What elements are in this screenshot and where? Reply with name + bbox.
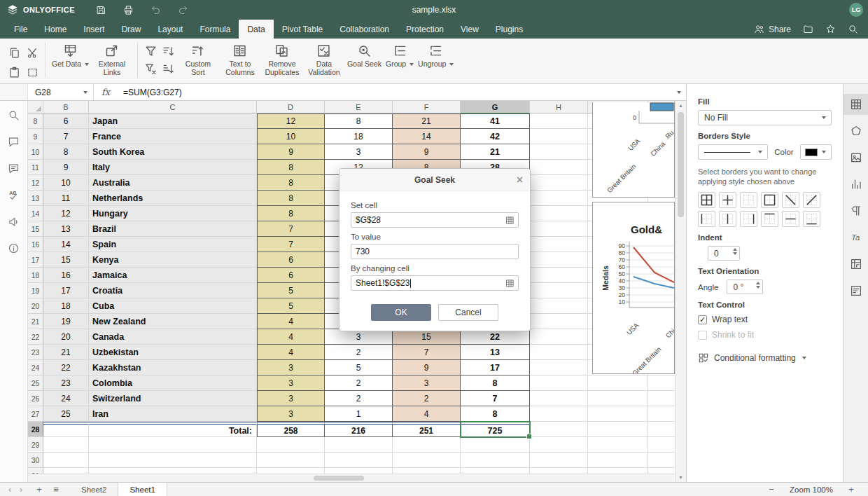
cell-H12[interactable] (530, 175, 588, 191)
row-header-23[interactable]: 23 (28, 345, 43, 360)
cell-G27[interactable]: 8 (461, 406, 530, 422)
cell-D18[interactable]: 6 (257, 268, 325, 283)
scroll-up-icon[interactable]: ▲ (676, 103, 686, 108)
cell-D17[interactable]: 6 (257, 252, 325, 268)
search-icon[interactable] (848, 24, 858, 34)
redo-icon[interactable] (178, 5, 188, 15)
column-header-D[interactable]: D (257, 101, 325, 113)
cell-B8[interactable]: 6 (43, 113, 89, 129)
cell-G28[interactable]: 725 (461, 422, 530, 437)
cell-H27[interactable] (530, 406, 588, 422)
cell-C17[interactable]: Kenya (89, 252, 257, 268)
indent-spinner[interactable]: 0 (708, 246, 740, 261)
cell-C27[interactable]: Iran (89, 406, 257, 422)
row-header-13[interactable]: 13 (28, 191, 43, 206)
menu-tab-pivot-table[interactable]: Pivot Table (274, 20, 331, 39)
cell-J25[interactable] (648, 376, 675, 391)
cell-F28[interactable]: 251 (393, 422, 461, 437)
cell-B31[interactable] (43, 468, 89, 474)
row-header-16[interactable]: 16 (28, 237, 43, 252)
row-header-24[interactable]: 24 (28, 360, 43, 376)
cell-I27[interactable] (588, 406, 648, 422)
cell-F24[interactable]: 9 (393, 360, 461, 376)
menu-tab-formula[interactable]: Formula (191, 20, 239, 39)
menu-tab-protection[interactable]: Protection (398, 20, 452, 39)
row-header-12[interactable]: 12 (28, 175, 43, 191)
open-location-icon[interactable] (803, 24, 813, 34)
menu-tab-data[interactable]: Data (239, 20, 273, 39)
cell-D9[interactable]: 10 (257, 129, 325, 144)
search-icon[interactable] (8, 109, 20, 121)
cell-C10[interactable]: South Korea (89, 144, 257, 160)
cell-I30[interactable] (588, 453, 648, 468)
column-header-F[interactable]: F (393, 101, 461, 113)
cell-C22[interactable]: Canada (89, 329, 257, 345)
border-left-button[interactable] (698, 211, 715, 227)
cell-E22[interactable]: 3 (325, 329, 393, 345)
fill-select[interactable]: No Fill (698, 110, 832, 125)
cell-E23[interactable]: 2 (325, 345, 393, 360)
save-icon[interactable] (96, 5, 106, 15)
cell-H21[interactable] (530, 314, 588, 329)
border-color-select[interactable] (800, 144, 832, 160)
cell-D13[interactable]: 8 (257, 191, 325, 206)
cell-H20[interactable] (530, 298, 588, 314)
cell-J28[interactable] (648, 422, 675, 437)
insert-function-button[interactable]: fx (94, 84, 118, 100)
row-header-17[interactable]: 17 (28, 252, 43, 268)
cell-C21[interactable]: New Zealand (89, 314, 257, 329)
cell-D29[interactable] (257, 437, 325, 453)
expand-formula-bar-icon[interactable] (671, 91, 686, 94)
image-settings-button[interactable] (844, 147, 868, 168)
sort-asc-button[interactable] (162, 45, 175, 58)
cell-C26[interactable]: Switzerland (89, 391, 257, 406)
get-data-button[interactable]: Get Data (50, 41, 91, 69)
cell-B9[interactable]: 7 (43, 129, 89, 144)
line-chart[interactable]: Gold&Medals908070605040302010USAGreat Br… (592, 202, 675, 374)
cell-I31[interactable] (588, 468, 648, 474)
menu-tab-file[interactable]: File (6, 20, 36, 39)
wrap-text-checkbox[interactable]: ✓ Wrap text (698, 315, 832, 324)
row-header-20[interactable]: 20 (28, 298, 43, 314)
cell-H25[interactable] (530, 376, 588, 391)
text-to-columns-button[interactable]: Text to Columns (219, 41, 261, 76)
row-header-26[interactable]: 26 (28, 391, 43, 406)
row-header-19[interactable]: 19 (28, 283, 43, 298)
horizontal-scrollbar[interactable] (28, 474, 675, 482)
cell-B30[interactable] (43, 453, 89, 468)
cell-C31[interactable] (89, 468, 257, 474)
cell-H30[interactable] (530, 453, 588, 468)
menu-tab-insert[interactable]: Insert (75, 20, 113, 39)
cell-C19[interactable]: Croatia (89, 283, 257, 298)
cell-B14[interactable]: 12 (43, 206, 89, 221)
border-style-select[interactable] (698, 144, 768, 160)
cell-C16[interactable]: Spain (89, 237, 257, 252)
cell-F10[interactable]: 9 (393, 144, 461, 160)
sheet-list-button[interactable]: ≡ (48, 484, 64, 495)
cell-D23[interactable]: 4 (257, 345, 325, 360)
cell-H28[interactable] (530, 422, 588, 437)
cell-F25[interactable]: 3 (393, 376, 461, 391)
cell-D31[interactable] (257, 468, 325, 474)
cell-C20[interactable]: Cuba (89, 298, 257, 314)
spinner-up-icon[interactable] (733, 248, 737, 251)
slicer-settings-button[interactable] (844, 280, 868, 301)
by-changing-cell-input[interactable]: Sheet1!$G$23 (351, 275, 519, 291)
cell-B28[interactable] (43, 422, 89, 437)
pivot-settings-button[interactable] (844, 254, 868, 275)
cell-F29[interactable] (393, 437, 461, 453)
custom-sort-button[interactable]: Custom Sort (177, 41, 219, 76)
add-sheet-button[interactable]: + (31, 484, 48, 495)
cell-F23[interactable]: 7 (393, 345, 461, 360)
cell-I28[interactable] (588, 422, 648, 437)
cell-D20[interactable]: 5 (257, 298, 325, 314)
cell-E10[interactable]: 3 (325, 144, 393, 160)
next-sheet-icon[interactable]: › (20, 485, 22, 495)
row-header-29[interactable]: 29 (28, 437, 43, 453)
cell-H9[interactable] (530, 129, 588, 144)
border-right-button[interactable] (740, 211, 757, 227)
cell-F8[interactable]: 21 (393, 113, 461, 129)
cell-D30[interactable] (257, 453, 325, 468)
cell-J27[interactable] (648, 406, 675, 422)
border-center-v-button[interactable] (719, 211, 736, 227)
